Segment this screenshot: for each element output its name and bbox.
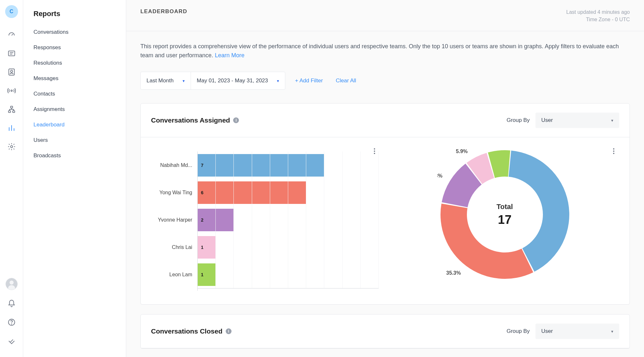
kebab-menu[interactable] [609, 146, 619, 156]
help-icon [7, 318, 16, 326]
bar-row: Yvonne Harper2 [149, 206, 379, 233]
date-filter: Last Month ▾ May 01, 2023 - May 31, 2023… [140, 72, 285, 90]
svg-point-7 [10, 146, 13, 148]
svg-rect-1 [9, 69, 14, 75]
bar-label: Yong Wai Ting [149, 190, 197, 196]
sidebar-title: Reports [23, 10, 126, 24]
rail-item-notifications[interactable] [4, 296, 19, 311]
bar-label: Yvonne Harper [149, 217, 197, 223]
group-by-value: User [541, 117, 553, 124]
donut-chart: 41.2%35.3%11.8%5.9%5.9% Total 17 [437, 147, 573, 282]
period-label: Last Month [147, 78, 174, 84]
description-text: This report provides a comprehensive vie… [140, 43, 619, 59]
card-title: Conversations Assigned [151, 116, 230, 124]
bar-fill: 6 [198, 181, 306, 204]
chevron-down-icon: ▾ [277, 78, 279, 83]
learn-more-link[interactable]: Learn More [215, 52, 244, 59]
chevron-down-icon: ▾ [611, 329, 613, 334]
card-title: Conversations Closed [151, 327, 223, 335]
user-avatar[interactable] [5, 278, 18, 290]
bar-fill: 1 [198, 263, 216, 286]
add-filter-button[interactable]: + Add Filter [292, 75, 326, 87]
sidebar-item-assignments[interactable]: Assignments [23, 102, 126, 117]
rail-item-inbox[interactable] [4, 46, 19, 61]
gear-icon [7, 142, 16, 151]
rail-item-dashboard[interactable] [4, 27, 19, 42]
sidebar-item-leaderboard[interactable]: Leaderboard [23, 117, 126, 133]
rail-item-broadcast[interactable] [4, 83, 19, 98]
card-conversations-assigned: Conversations Assigned i Group By User ▾… [140, 103, 630, 305]
sidebar-item-conversations[interactable]: Conversations [23, 24, 126, 40]
chevron-down-icon: ▾ [611, 118, 613, 123]
main: LEADERBOARD Last updated 4 minutes ago T… [126, 0, 644, 357]
workspace-avatar[interactable]: C [5, 5, 18, 18]
main-header: LEADERBOARD Last updated 4 minutes ago T… [126, 0, 644, 31]
svg-point-3 [11, 90, 12, 91]
bar-fill: 2 [198, 209, 234, 231]
rail-item-workflows[interactable] [4, 102, 19, 117]
svg-rect-5 [8, 111, 11, 112]
sidebar: Reports ConversationsResponsesResolution… [23, 0, 126, 357]
bar-fill: 1 [198, 236, 216, 259]
date-range-select[interactable]: May 01, 2023 - May 31, 2023 ▾ [191, 72, 285, 89]
bar-row: Yong Wai Ting6 [149, 179, 379, 206]
rail-item-help[interactable] [4, 315, 19, 330]
svg-point-9 [11, 324, 12, 324]
contact-icon [7, 68, 16, 76]
bar-label: Chris Lai [149, 244, 197, 250]
sitemap-icon [7, 105, 16, 114]
chart-icon [7, 124, 16, 132]
donut-total-label: Total [497, 203, 513, 211]
bar-row: Leon Lam1 [149, 261, 379, 288]
svg-rect-6 [13, 111, 15, 112]
filter-bar: Last Month ▾ May 01, 2023 - May 31, 2023… [126, 60, 644, 103]
period-select[interactable]: Last Month ▾ [141, 72, 191, 89]
chevron-down-icon: ▾ [183, 78, 185, 83]
icon-rail: C [0, 0, 23, 357]
rail-item-contacts[interactable] [4, 64, 19, 80]
donut-panel: 41.2%35.3%11.8%5.9%5.9% Total 17 [388, 144, 621, 293]
sidebar-item-contacts[interactable]: Contacts [23, 86, 126, 102]
card-conversations-closed: Conversations Closed i Group By User ▾ [140, 314, 630, 349]
gauge-icon [7, 31, 16, 39]
bar-chart: Nabihah Md...7Yong Wai Ting6Yvonne Harpe… [149, 144, 382, 293]
bar-row: Chris Lai1 [149, 233, 379, 261]
info-icon[interactable]: i [233, 117, 239, 123]
sidebar-item-messages[interactable]: Messages [23, 71, 126, 86]
info-icon[interactable]: i [226, 328, 232, 334]
group-by-select[interactable]: User ▾ [535, 324, 619, 339]
bar-row: Nabihah Md...7 [149, 151, 379, 179]
svg-rect-0 [8, 51, 15, 56]
rail-item-settings[interactable] [4, 139, 19, 154]
message-icon [7, 49, 16, 58]
rail-item-brand[interactable] [4, 333, 19, 349]
rail-item-reports[interactable] [4, 120, 19, 136]
broadcast-icon [7, 87, 16, 95]
group-by-value: User [541, 328, 553, 334]
bell-icon [7, 299, 16, 308]
sidebar-item-users[interactable]: Users [23, 133, 126, 148]
donut-total-value: 17 [498, 213, 511, 227]
page-title: LEADERBOARD [140, 8, 187, 15]
bar-label: Leon Lam [149, 272, 197, 278]
sidebar-item-resolutions[interactable]: Resolutions [23, 55, 126, 71]
last-updated: Last updated 4 minutes ago [566, 8, 630, 16]
checkmarks-icon [7, 337, 16, 345]
bar-fill: 7 [198, 154, 324, 177]
bar-chart-panel: Nabihah Md...7Yong Wai Ting6Yvonne Harpe… [149, 144, 382, 293]
sidebar-item-responses[interactable]: Responses [23, 40, 126, 55]
group-by-label: Group By [507, 328, 530, 334]
report-description: This report provides a comprehensive vie… [126, 31, 644, 60]
sidebar-item-broadcasts[interactable]: Broadcasts [23, 148, 126, 163]
group-by-select[interactable]: User ▾ [535, 113, 619, 128]
timezone: Time Zone - 0 UTC [566, 16, 630, 23]
svg-rect-4 [10, 106, 13, 108]
bar-label: Nabihah Md... [149, 162, 197, 168]
svg-point-2 [10, 70, 13, 73]
header-meta: Last updated 4 minutes ago Time Zone - 0… [566, 8, 630, 23]
date-range-label: May 01, 2023 - May 31, 2023 [197, 78, 268, 84]
donut-center: Total 17 [437, 147, 573, 282]
clear-all-button[interactable]: Clear All [333, 75, 359, 87]
group-by-label: Group By [507, 117, 530, 124]
